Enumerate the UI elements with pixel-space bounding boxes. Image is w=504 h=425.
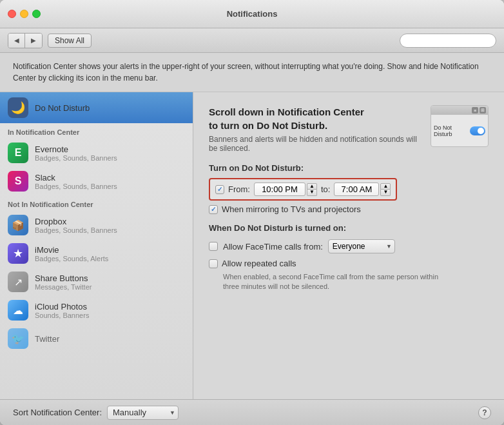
twitter-title: Twitter xyxy=(35,334,59,344)
search-input[interactable] xyxy=(400,34,496,48)
from-stepper-down[interactable]: ▼ xyxy=(307,190,317,196)
sidebar-item-dropbox[interactable]: 📦 Dropbox Badges, Sounds, Banners xyxy=(0,211,193,239)
facetime-select[interactable]: Everyone Favorites Contacts Only No One xyxy=(328,239,395,253)
sidebar-item-imovie[interactable]: ★ iMovie Badges, Sounds, Alerts xyxy=(0,239,193,268)
evernote-title: Evernote xyxy=(35,144,117,154)
facetime-row: Allow FaceTime calls from: Everyone Favo… xyxy=(209,239,489,253)
sidebar: 🌙 Do Not Disturb In Notification Center … xyxy=(0,92,193,399)
facetime-label: Allow FaceTime calls from: xyxy=(223,242,323,252)
evernote-info: Evernote Badges, Sounds, Banners xyxy=(35,144,117,162)
forward-button[interactable]: ▶ xyxy=(25,34,42,48)
evernote-icon: E xyxy=(8,143,28,163)
maximize-button[interactable] xyxy=(32,10,41,18)
imovie-icon: ★ xyxy=(8,243,28,264)
sidebar-item-twitter[interactable]: 🐦 Twitter xyxy=(0,324,193,353)
traffic-lights xyxy=(8,10,41,18)
sort-label: Sort Notification Center: xyxy=(13,408,102,417)
preview-list-icon: ≡ xyxy=(472,107,478,114)
search-wrapper: 🔍 xyxy=(400,34,496,48)
window: Notifications ◀ ▶ Show All 🔍 Notificatio… xyxy=(0,0,504,425)
to-stepper-up[interactable]: ▲ xyxy=(380,183,391,190)
from-stepper: ▲ ▼ xyxy=(307,183,317,196)
sidebar-item-share-buttons[interactable]: ↗ Share Buttons Messages, Twitter xyxy=(0,268,193,296)
sort-select[interactable]: Manually By Time Alphabetically xyxy=(107,406,179,420)
to-stepper-down[interactable]: ▼ xyxy=(380,190,391,196)
icloud-photos-title: iCloud Photos xyxy=(35,302,89,311)
repeated-calls-checkbox[interactable] xyxy=(209,259,218,268)
dnd-title: Do Not Disturb xyxy=(35,103,90,113)
slack-title: Slack xyxy=(35,173,117,183)
slack-info: Slack Badges, Sounds, Banners xyxy=(35,173,117,190)
not-in-notification-header: Not In Notification Center xyxy=(0,195,193,211)
slack-sub: Badges, Sounds, Banners xyxy=(35,183,117,190)
preview-content: Do Not Disturb xyxy=(431,115,488,146)
imovie-title: iMovie xyxy=(35,245,108,255)
description-bar: Notification Center shows your alerts in… xyxy=(0,53,504,92)
turn-on-row: Turn on Do Not Disturb: xyxy=(209,163,489,173)
to-stepper: ▲ ▼ xyxy=(380,183,391,196)
sort-select-wrapper: Manually By Time Alphabetically ▼ xyxy=(107,406,179,420)
sidebar-item-slack[interactable]: S Slack Badges, Sounds, Banners xyxy=(0,167,193,195)
mirror-label: When mirroring to TVs and projectors xyxy=(222,204,361,214)
toolbar: ◀ ▶ Show All 🔍 xyxy=(0,28,504,53)
icloud-photos-icon: ☁ xyxy=(8,300,28,321)
imovie-sub: Badges, Sounds, Alerts xyxy=(35,255,108,262)
dnd-header-area: Scroll down in Notification Center to tu… xyxy=(209,105,489,153)
from-stepper-up[interactable]: ▲ xyxy=(307,183,317,190)
sidebar-item-icloud-photos[interactable]: ☁ iCloud Photos Sounds, Banners xyxy=(0,296,193,324)
icloud-photos-sub: Sounds, Banners xyxy=(35,311,89,319)
dnd-main-title: Scroll down in Notification Center to tu… xyxy=(209,105,424,132)
dnd-icon: 🌙 xyxy=(8,97,28,118)
slack-icon: S xyxy=(8,171,28,192)
preview-toggle xyxy=(470,126,485,135)
preview-grid-icon: ⊞ xyxy=(480,107,486,114)
back-button[interactable]: ◀ xyxy=(8,34,25,48)
repeated-calls-note: When enabled, a second FaceTime call fro… xyxy=(223,272,442,292)
turn-on-label: Turn on Do Not Disturb: xyxy=(209,163,304,173)
from-label: From: xyxy=(228,184,250,194)
twitter-info: Twitter xyxy=(35,334,59,344)
description-text: Notification Center shows your alerts in… xyxy=(13,62,479,83)
repeated-calls-label: Allow repeated calls xyxy=(222,259,296,268)
facetime-checkbox[interactable] xyxy=(209,242,218,251)
to-label: to: xyxy=(321,184,330,194)
preview-dnd-label: Do Not Disturb xyxy=(434,124,466,137)
minimize-button[interactable] xyxy=(20,10,28,18)
twitter-icon: 🐦 xyxy=(8,328,28,349)
from-time-input[interactable] xyxy=(254,183,305,196)
help-button[interactable]: ? xyxy=(478,406,491,419)
dropbox-info: Dropbox Badges, Sounds, Banners xyxy=(35,217,117,234)
preview-toolbar: ≡ ⊞ xyxy=(431,106,488,115)
bottom-bar: Sort Notification Center: Manually By Ti… xyxy=(0,399,504,425)
mirror-checkbox-row[interactable]: When mirroring to TVs and projectors xyxy=(209,204,489,214)
share-buttons-title: Share Buttons xyxy=(35,273,92,283)
dropbox-title: Dropbox xyxy=(35,217,117,226)
preview-toggle-row: Do Not Disturb xyxy=(434,124,485,137)
close-button[interactable] xyxy=(8,10,16,18)
sidebar-item-evernote[interactable]: E Evernote Badges, Sounds, Banners xyxy=(0,139,193,167)
in-notification-header: In Notification Center xyxy=(0,123,193,139)
dnd-preview-box: ≡ ⊞ Do Not Disturb xyxy=(431,105,489,147)
repeated-calls-row: Allow repeated calls xyxy=(209,259,489,268)
imovie-info: iMovie Badges, Sounds, Alerts xyxy=(35,245,108,262)
detail-panel: Scroll down in Notification Center to tu… xyxy=(193,92,504,399)
dnd-time-checkbox[interactable] xyxy=(215,185,224,194)
titlebar: Notifications xyxy=(0,0,504,28)
show-all-button[interactable]: Show All xyxy=(48,34,92,48)
dnd-info: Do Not Disturb xyxy=(35,103,90,113)
from-to-row: From: ▲ ▼ to: ▲ ▼ xyxy=(209,178,397,201)
dropbox-sub: Badges, Sounds, Banners xyxy=(35,226,117,234)
mirror-checkbox[interactable] xyxy=(209,205,218,214)
evernote-sub: Badges, Sounds, Banners xyxy=(35,154,117,162)
nav-buttons: ◀ ▶ xyxy=(8,33,43,48)
share-buttons-sub: Messages, Twitter xyxy=(35,283,92,291)
share-buttons-info: Share Buttons Messages, Twitter xyxy=(35,273,92,291)
dropbox-icon: 📦 xyxy=(8,215,28,235)
window-title: Notifications xyxy=(227,9,278,19)
to-time-input[interactable] xyxy=(334,183,379,196)
icloud-photos-info: iCloud Photos Sounds, Banners xyxy=(35,302,89,319)
facetime-select-wrapper: Everyone Favorites Contacts Only No One … xyxy=(328,239,395,253)
share-buttons-icon: ↗ xyxy=(8,272,28,292)
sidebar-item-do-not-disturb[interactable]: 🌙 Do Not Disturb xyxy=(0,92,193,123)
when-on-label: When Do Not Disturb is turned on: xyxy=(209,223,489,233)
